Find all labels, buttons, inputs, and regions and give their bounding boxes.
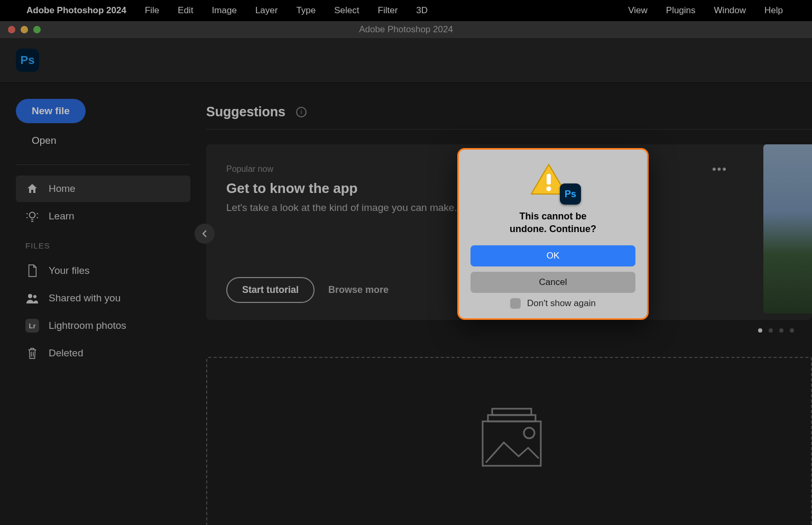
window-minimize-button[interactable] (21, 26, 28, 33)
home-icon (25, 182, 39, 196)
menubar-select[interactable]: Select (334, 5, 359, 16)
menubar-app-name[interactable]: Adobe Photoshop 2024 (26, 5, 126, 16)
menubar-help[interactable]: Help (764, 5, 783, 16)
svg-rect-4 (488, 415, 536, 421)
sidebar-item-label: Deleted (49, 347, 84, 359)
browse-more-button[interactable]: Browse more (328, 284, 389, 296)
sidebar-item-your-files[interactable]: Your files (16, 257, 190, 284)
svg-point-1 (28, 294, 32, 298)
pager-dot[interactable] (769, 328, 773, 333)
sidebar-item-shared[interactable]: Shared with you (16, 285, 190, 311)
window-title: Adobe Photoshop 2024 (359, 24, 453, 35)
sidebar-item-lightroom[interactable]: Lr Lightroom photos (16, 312, 190, 339)
svg-point-2 (33, 295, 36, 298)
drop-zone[interactable] (206, 357, 812, 525)
dont-show-checkbox[interactable] (510, 298, 521, 309)
card-more-icon[interactable]: ••• (712, 162, 727, 176)
menubar-image[interactable]: Image (212, 5, 237, 16)
lightroom-icon: Lr (25, 319, 39, 333)
pager-dot[interactable] (758, 328, 762, 333)
sidebar-item-label: Home (49, 183, 76, 195)
sidebar-item-label: Your files (49, 265, 89, 277)
app-toolbar: Ps (0, 38, 812, 83)
menubar-3d[interactable]: 3D (416, 5, 428, 16)
sidebar-item-label: Shared with you (49, 292, 121, 304)
pager-dot[interactable] (790, 328, 794, 333)
photoshop-logo-icon[interactable]: Ps (16, 49, 39, 72)
sidebar-item-label: Learn (49, 210, 75, 222)
sidebar-item-deleted[interactable]: Deleted (16, 340, 190, 366)
svg-point-8 (547, 187, 551, 191)
menubar-filter[interactable]: Filter (378, 5, 398, 16)
menubar-file[interactable]: File (145, 5, 159, 16)
open-button[interactable]: Open (16, 127, 72, 154)
menubar-type[interactable]: Type (296, 5, 316, 16)
window-zoom-button[interactable] (33, 26, 41, 33)
svg-rect-3 (492, 409, 531, 415)
photoshop-badge-icon: Ps (560, 183, 581, 205)
lightbulb-icon (25, 209, 39, 223)
document-icon (25, 264, 39, 278)
dialog-ok-button[interactable]: OK (470, 245, 635, 266)
menubar-layer[interactable]: Layer (255, 5, 278, 16)
sidebar-item-learn[interactable]: Learn (16, 203, 190, 229)
menubar-window[interactable]: Window (714, 5, 746, 16)
menubar-edit[interactable]: Edit (178, 5, 193, 16)
start-tutorial-button[interactable]: Start tutorial (226, 277, 315, 303)
menubar-view[interactable]: View (628, 5, 648, 16)
carousel-prev-button[interactable] (195, 224, 215, 244)
trash-icon (25, 346, 39, 360)
dialog-cancel-button[interactable]: Cancel (470, 272, 635, 293)
svg-point-0 (30, 212, 35, 218)
dialog-message: This cannot be undone. Continue? (470, 210, 635, 236)
window-close-button[interactable] (8, 26, 15, 33)
svg-point-6 (524, 428, 534, 438)
files-section-header: FILES (16, 231, 190, 257)
sidebar-item-label: Lightroom photos (49, 320, 126, 331)
image-stack-icon (472, 406, 546, 469)
macos-menubar: Adobe Photoshop 2024 File Edit Image Lay… (0, 0, 812, 21)
people-icon (25, 291, 39, 305)
svg-rect-7 (547, 174, 551, 185)
confirm-dialog: Ps This cannot be undone. Continue? OK C… (457, 148, 649, 320)
new-file-button[interactable]: New file (16, 99, 86, 123)
dont-show-label: Don't show again (527, 298, 596, 309)
window-titlebar: Adobe Photoshop 2024 (0, 21, 812, 38)
sidebar-item-home[interactable]: Home (16, 176, 190, 202)
info-icon[interactable]: i (296, 107, 307, 117)
pager-dot[interactable] (779, 328, 783, 333)
divider (206, 129, 812, 130)
menubar-plugins[interactable]: Plugins (666, 5, 696, 16)
card-thumbnail (763, 144, 812, 314)
divider (16, 164, 190, 165)
carousel-pager (206, 320, 812, 333)
suggestions-heading: Suggestions (206, 104, 285, 119)
home-sidebar: New file Open Home Learn FILES Your file… (0, 83, 206, 525)
